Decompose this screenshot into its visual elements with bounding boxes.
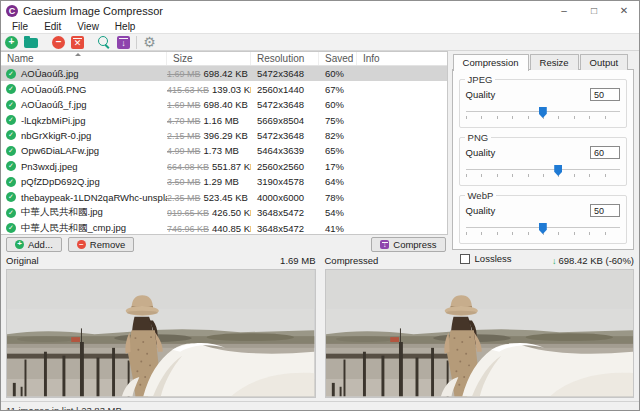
file-name: nbGrXkigR-0.jpg bbox=[21, 130, 91, 141]
file-resolution: 5669x8504 bbox=[251, 115, 319, 126]
file-saved-percent: 65% bbox=[319, 145, 357, 156]
add-icon[interactable]: + bbox=[5, 36, 18, 49]
png-quality-label: Quality bbox=[466, 147, 496, 158]
table-row[interactable]: ✓AOÛaoúß.PNG415.63 KB139.03 KB2560x14406… bbox=[1, 81, 447, 96]
compressed-preview[interactable] bbox=[325, 269, 635, 398]
settings-tabs: Compression Resize Output bbox=[453, 54, 634, 70]
clear-list-icon[interactable]: ✕ bbox=[71, 36, 84, 49]
webp-quality-spinbox[interactable]: 50 bbox=[590, 204, 620, 217]
table-row[interactable]: ✓AOÛaoúß_f.jpg1.69 MB698.40 KB5472x36486… bbox=[1, 97, 447, 112]
menu-edit[interactable]: Edit bbox=[36, 21, 69, 32]
app-logo-icon: C bbox=[6, 5, 18, 17]
file-resolution: 2560x2560 bbox=[251, 161, 319, 172]
preview-icon[interactable] bbox=[98, 36, 111, 49]
png-quality-spinbox[interactable]: 60 bbox=[590, 146, 620, 159]
add-button[interactable]: + Add... bbox=[6, 237, 62, 252]
file-size: 746.96 KB440.85 KB bbox=[167, 223, 251, 234]
column-header-size[interactable]: Size bbox=[167, 52, 251, 65]
webp-group-title: WebP bbox=[465, 190, 497, 201]
png-group-title: PNG bbox=[465, 132, 492, 143]
compressed-label: Compressed bbox=[325, 255, 379, 266]
file-name: 中華人民共和國_cmp.jpg bbox=[21, 222, 126, 235]
list-action-bar: + Add... – Remove ↓ Compress bbox=[1, 235, 448, 254]
jpeg-quality-spinbox[interactable]: 50 bbox=[590, 88, 620, 101]
file-saved-percent: 54% bbox=[319, 207, 357, 218]
status-check-icon: ✓ bbox=[6, 84, 16, 94]
file-name: thebaypeak-1LDN2qaRWhc-unsplash.jpg bbox=[21, 192, 167, 203]
menu-view[interactable]: View bbox=[69, 21, 107, 32]
file-resolution: 5472x3648 bbox=[251, 99, 319, 110]
table-row[interactable]: ✓pQfZDpD692Q.jpg3.50 MB1.29 MB3190x45786… bbox=[1, 174, 447, 189]
tab-resize[interactable]: Resize bbox=[530, 54, 579, 70]
original-size: 1.69 MB bbox=[280, 255, 315, 266]
file-size: 4.70 MB1.16 MB bbox=[167, 115, 251, 126]
jpeg-quality-slider[interactable] bbox=[466, 107, 620, 119]
size-decrease-icon: ↓ bbox=[552, 256, 557, 266]
maximize-button[interactable]: □ bbox=[579, 1, 609, 20]
toolbar-separator bbox=[136, 36, 137, 49]
column-header-info[interactable]: Info bbox=[357, 52, 447, 65]
settings-gear-icon[interactable]: ⚙ bbox=[143, 36, 156, 49]
toolbar: + – ✕ ↓ ⚙ bbox=[1, 33, 639, 51]
table-row[interactable]: ✓-lLqkzbMiPi.jpg4.70 MB1.16 MB5669x85047… bbox=[1, 112, 447, 127]
file-list: Name Size Resolution Saved Info ✓AOÛaoúß… bbox=[1, 51, 448, 235]
file-size: 1.69 MB698.40 KB bbox=[167, 99, 251, 110]
preview-header: Original 1.69 MB Compressed ↓ 698.42 KB … bbox=[1, 254, 639, 267]
tab-compression[interactable]: Compression bbox=[453, 54, 529, 71]
close-button[interactable]: ✕ bbox=[609, 1, 639, 20]
table-row[interactable]: ✓中華人民共和國.jpg919.65 KB426.50 KB3648x54725… bbox=[1, 205, 447, 220]
column-header-resolution[interactable]: Resolution bbox=[251, 52, 319, 65]
file-size: 2.35 MB523.45 KB bbox=[167, 192, 251, 203]
png-quality-slider[interactable] bbox=[466, 165, 620, 177]
minimize-button[interactable]: – bbox=[549, 1, 579, 20]
remove-button[interactable]: – Remove bbox=[68, 237, 134, 252]
sort-indicator bbox=[75, 53, 81, 56]
file-saved-percent: 17% bbox=[319, 161, 357, 172]
status-check-icon: ✓ bbox=[6, 177, 16, 187]
compressed-size: 698.42 KB (-60%) bbox=[558, 255, 634, 266]
original-label: Original bbox=[6, 255, 39, 266]
webp-quality-slider[interactable] bbox=[466, 223, 620, 235]
table-row[interactable]: ✓nbGrXkigR-0.jpg2.15 MB396.29 KB5472x364… bbox=[1, 128, 447, 143]
column-header-name[interactable]: Name bbox=[1, 52, 167, 65]
table-row[interactable]: ✓thebaypeak-1LDN2qaRWhc-unsplash.jpg2.35… bbox=[1, 190, 447, 205]
file-saved-percent: 67% bbox=[319, 84, 357, 95]
table-row[interactable]: ✓AOÛaoúß.jpg1.69 MB698.42 KB5472x364860% bbox=[1, 66, 447, 81]
app-window: C Caesium Image Compressor – □ ✕ File Ed… bbox=[0, 0, 640, 411]
open-folder-icon[interactable] bbox=[24, 38, 38, 48]
status-check-icon: ✓ bbox=[6, 161, 16, 171]
file-name: Opw6DiaLAFw.jpg bbox=[21, 145, 99, 156]
table-row[interactable]: ✓中華人民共和國_cmp.jpg746.96 KB440.85 KB3648x5… bbox=[1, 220, 447, 235]
webp-quality-label: Quality bbox=[466, 205, 496, 216]
file-name: AOÛaoúß.jpg bbox=[21, 68, 79, 79]
file-name: pQfZDpD692Q.jpg bbox=[21, 176, 100, 187]
status-check-icon: ✓ bbox=[6, 208, 16, 218]
status-check-icon: ✓ bbox=[6, 100, 16, 110]
status-check-icon: ✓ bbox=[6, 69, 16, 79]
original-preview[interactable] bbox=[6, 269, 316, 398]
file-name: 中華人民共和國.jpg bbox=[21, 206, 103, 219]
file-size: 919.65 KB426.50 KB bbox=[167, 207, 251, 218]
table-row[interactable]: ✓Pn3wxdj.jpeg664.08 KB551.87 KB2560x2560… bbox=[1, 159, 447, 174]
file-saved-percent: 60% bbox=[319, 99, 357, 110]
file-saved-percent: 60% bbox=[319, 68, 357, 79]
file-size: 1.69 MB698.42 KB bbox=[167, 68, 251, 79]
table-row[interactable]: ✓Opw6DiaLAFw.jpg4.99 MB1.73 MB5464x36396… bbox=[1, 143, 447, 158]
column-header-saved[interactable]: Saved bbox=[319, 52, 357, 65]
file-size: 4.99 MB1.73 MB bbox=[167, 145, 251, 156]
compress-icon[interactable]: ↓ bbox=[117, 36, 130, 49]
compression-tab-pane: JPEG Quality 50 PNG Quality 60 bbox=[452, 69, 634, 250]
tab-output[interactable]: Output bbox=[580, 54, 629, 70]
file-resolution: 3190x4578 bbox=[251, 176, 319, 187]
webp-group: WebP Quality 50 bbox=[459, 195, 627, 244]
status-check-icon: ✓ bbox=[6, 192, 16, 202]
menu-help[interactable]: Help bbox=[107, 21, 144, 32]
file-saved-percent: 64% bbox=[319, 176, 357, 187]
menu-file[interactable]: File bbox=[4, 21, 36, 32]
remove-icon: – bbox=[77, 240, 86, 249]
status-text: 11 images in list | 23.83 MB bbox=[6, 405, 122, 411]
status-check-icon: ✓ bbox=[6, 223, 16, 233]
remove-icon[interactable]: – bbox=[52, 36, 65, 49]
status-check-icon: ✓ bbox=[6, 146, 16, 156]
compress-button[interactable]: ↓ Compress bbox=[371, 237, 445, 252]
